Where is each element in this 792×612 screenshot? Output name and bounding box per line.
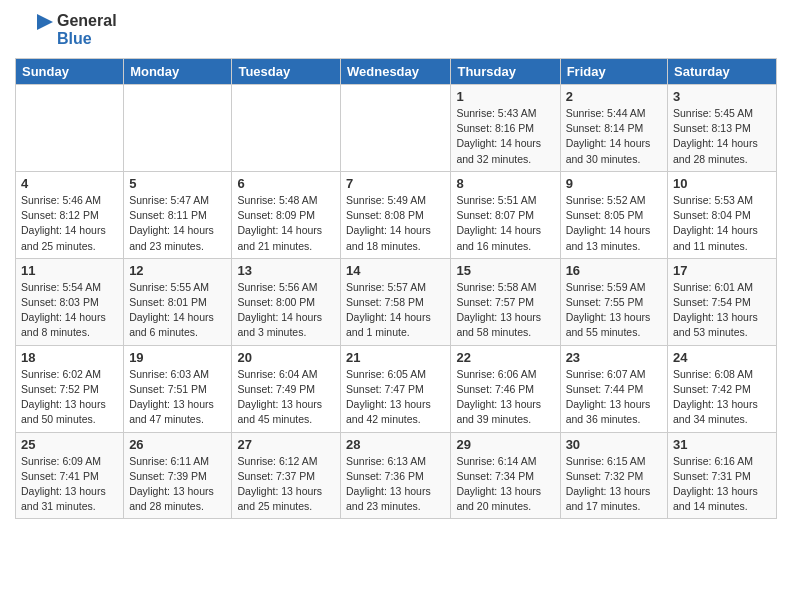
day-number: 15 [456, 263, 554, 278]
day-info: Sunrise: 5:48 AM Sunset: 8:09 PM Dayligh… [237, 193, 335, 254]
calendar-cell: 2Sunrise: 5:44 AM Sunset: 8:14 PM Daylig… [560, 85, 667, 172]
day-info: Sunrise: 6:16 AM Sunset: 7:31 PM Dayligh… [673, 454, 771, 515]
day-info: Sunrise: 5:52 AM Sunset: 8:05 PM Dayligh… [566, 193, 662, 254]
calendar-cell: 23Sunrise: 6:07 AM Sunset: 7:44 PM Dayli… [560, 345, 667, 432]
day-number: 29 [456, 437, 554, 452]
weekday-header-thursday: Thursday [451, 59, 560, 85]
day-number: 19 [129, 350, 226, 365]
calendar-cell: 9Sunrise: 5:52 AM Sunset: 8:05 PM Daylig… [560, 171, 667, 258]
day-info: Sunrise: 5:51 AM Sunset: 8:07 PM Dayligh… [456, 193, 554, 254]
day-number: 13 [237, 263, 335, 278]
day-info: Sunrise: 6:01 AM Sunset: 7:54 PM Dayligh… [673, 280, 771, 341]
day-info: Sunrise: 6:12 AM Sunset: 7:37 PM Dayligh… [237, 454, 335, 515]
weekday-header-row: SundayMondayTuesdayWednesdayThursdayFrid… [16, 59, 777, 85]
weekday-header-saturday: Saturday [668, 59, 777, 85]
calendar-cell [124, 85, 232, 172]
day-info: Sunrise: 5:47 AM Sunset: 8:11 PM Dayligh… [129, 193, 226, 254]
calendar-cell: 30Sunrise: 6:15 AM Sunset: 7:32 PM Dayli… [560, 432, 667, 519]
day-number: 1 [456, 89, 554, 104]
day-number: 7 [346, 176, 445, 191]
calendar-cell: 5Sunrise: 5:47 AM Sunset: 8:11 PM Daylig… [124, 171, 232, 258]
calendar-cell: 10Sunrise: 5:53 AM Sunset: 8:04 PM Dayli… [668, 171, 777, 258]
week-row-5: 25Sunrise: 6:09 AM Sunset: 7:41 PM Dayli… [16, 432, 777, 519]
calendar-cell: 8Sunrise: 5:51 AM Sunset: 8:07 PM Daylig… [451, 171, 560, 258]
day-info: Sunrise: 5:55 AM Sunset: 8:01 PM Dayligh… [129, 280, 226, 341]
calendar-cell: 6Sunrise: 5:48 AM Sunset: 8:09 PM Daylig… [232, 171, 341, 258]
calendar-cell: 7Sunrise: 5:49 AM Sunset: 8:08 PM Daylig… [341, 171, 451, 258]
week-row-1: 1Sunrise: 5:43 AM Sunset: 8:16 PM Daylig… [16, 85, 777, 172]
calendar-cell: 17Sunrise: 6:01 AM Sunset: 7:54 PM Dayli… [668, 258, 777, 345]
day-number: 4 [21, 176, 118, 191]
day-info: Sunrise: 5:53 AM Sunset: 8:04 PM Dayligh… [673, 193, 771, 254]
calendar-cell: 4Sunrise: 5:46 AM Sunset: 8:12 PM Daylig… [16, 171, 124, 258]
logo-general-text: General [57, 12, 117, 30]
day-number: 5 [129, 176, 226, 191]
day-number: 16 [566, 263, 662, 278]
calendar-cell: 18Sunrise: 6:02 AM Sunset: 7:52 PM Dayli… [16, 345, 124, 432]
day-number: 26 [129, 437, 226, 452]
day-number: 27 [237, 437, 335, 452]
day-number: 24 [673, 350, 771, 365]
weekday-header-friday: Friday [560, 59, 667, 85]
day-info: Sunrise: 5:58 AM Sunset: 7:57 PM Dayligh… [456, 280, 554, 341]
day-info: Sunrise: 6:09 AM Sunset: 7:41 PM Dayligh… [21, 454, 118, 515]
calendar-cell: 12Sunrise: 5:55 AM Sunset: 8:01 PM Dayli… [124, 258, 232, 345]
day-info: Sunrise: 5:59 AM Sunset: 7:55 PM Dayligh… [566, 280, 662, 341]
day-info: Sunrise: 5:54 AM Sunset: 8:03 PM Dayligh… [21, 280, 118, 341]
day-number: 10 [673, 176, 771, 191]
calendar-cell: 13Sunrise: 5:56 AM Sunset: 8:00 PM Dayli… [232, 258, 341, 345]
day-info: Sunrise: 6:04 AM Sunset: 7:49 PM Dayligh… [237, 367, 335, 428]
day-number: 21 [346, 350, 445, 365]
calendar-cell: 19Sunrise: 6:03 AM Sunset: 7:51 PM Dayli… [124, 345, 232, 432]
calendar-cell: 20Sunrise: 6:04 AM Sunset: 7:49 PM Dayli… [232, 345, 341, 432]
calendar-cell: 25Sunrise: 6:09 AM Sunset: 7:41 PM Dayli… [16, 432, 124, 519]
day-number: 8 [456, 176, 554, 191]
svg-marker-0 [37, 14, 53, 30]
day-number: 31 [673, 437, 771, 452]
calendar-cell: 28Sunrise: 6:13 AM Sunset: 7:36 PM Dayli… [341, 432, 451, 519]
day-info: Sunrise: 5:57 AM Sunset: 7:58 PM Dayligh… [346, 280, 445, 341]
day-number: 20 [237, 350, 335, 365]
day-info: Sunrise: 6:13 AM Sunset: 7:36 PM Dayligh… [346, 454, 445, 515]
calendar-cell: 21Sunrise: 6:05 AM Sunset: 7:47 PM Dayli… [341, 345, 451, 432]
weekday-header-sunday: Sunday [16, 59, 124, 85]
calendar-cell: 24Sunrise: 6:08 AM Sunset: 7:42 PM Dayli… [668, 345, 777, 432]
day-info: Sunrise: 6:14 AM Sunset: 7:34 PM Dayligh… [456, 454, 554, 515]
day-number: 6 [237, 176, 335, 191]
day-number: 2 [566, 89, 662, 104]
weekday-header-wednesday: Wednesday [341, 59, 451, 85]
calendar-cell: 22Sunrise: 6:06 AM Sunset: 7:46 PM Dayli… [451, 345, 560, 432]
day-number: 23 [566, 350, 662, 365]
day-number: 9 [566, 176, 662, 191]
day-info: Sunrise: 6:02 AM Sunset: 7:52 PM Dayligh… [21, 367, 118, 428]
calendar-cell: 14Sunrise: 5:57 AM Sunset: 7:58 PM Dayli… [341, 258, 451, 345]
day-number: 3 [673, 89, 771, 104]
calendar-cell: 15Sunrise: 5:58 AM Sunset: 7:57 PM Dayli… [451, 258, 560, 345]
calendar-cell [232, 85, 341, 172]
calendar-cell: 3Sunrise: 5:45 AM Sunset: 8:13 PM Daylig… [668, 85, 777, 172]
calendar-cell: 1Sunrise: 5:43 AM Sunset: 8:16 PM Daylig… [451, 85, 560, 172]
day-info: Sunrise: 5:43 AM Sunset: 8:16 PM Dayligh… [456, 106, 554, 167]
day-info: Sunrise: 6:03 AM Sunset: 7:51 PM Dayligh… [129, 367, 226, 428]
calendar-cell: 16Sunrise: 5:59 AM Sunset: 7:55 PM Dayli… [560, 258, 667, 345]
day-number: 11 [21, 263, 118, 278]
page-container: GeneralBlue SundayMondayTuesdayWednesday… [0, 0, 792, 529]
logo-icon [15, 10, 55, 50]
day-info: Sunrise: 6:05 AM Sunset: 7:47 PM Dayligh… [346, 367, 445, 428]
week-row-3: 11Sunrise: 5:54 AM Sunset: 8:03 PM Dayli… [16, 258, 777, 345]
day-number: 18 [21, 350, 118, 365]
day-number: 22 [456, 350, 554, 365]
day-number: 28 [346, 437, 445, 452]
calendar-cell [341, 85, 451, 172]
calendar-cell: 11Sunrise: 5:54 AM Sunset: 8:03 PM Dayli… [16, 258, 124, 345]
day-info: Sunrise: 6:08 AM Sunset: 7:42 PM Dayligh… [673, 367, 771, 428]
day-info: Sunrise: 6:07 AM Sunset: 7:44 PM Dayligh… [566, 367, 662, 428]
day-number: 17 [673, 263, 771, 278]
day-number: 12 [129, 263, 226, 278]
week-row-2: 4Sunrise: 5:46 AM Sunset: 8:12 PM Daylig… [16, 171, 777, 258]
page-header: GeneralBlue [15, 10, 777, 50]
day-info: Sunrise: 5:56 AM Sunset: 8:00 PM Dayligh… [237, 280, 335, 341]
logo-blue-text: Blue [57, 30, 117, 48]
weekday-header-monday: Monday [124, 59, 232, 85]
calendar-cell: 29Sunrise: 6:14 AM Sunset: 7:34 PM Dayli… [451, 432, 560, 519]
